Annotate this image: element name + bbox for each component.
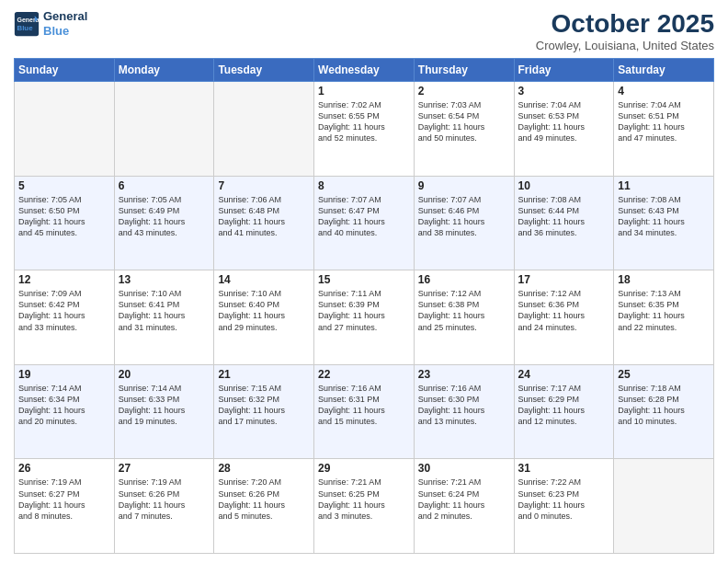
day-number: 10 [518, 179, 610, 192]
cell-text: Sunrise: 7:19 AM Sunset: 6:26 PM Dayligh… [119, 477, 210, 522]
calendar-cell: 3Sunrise: 7:04 AM Sunset: 6:53 PM Daylig… [514, 82, 614, 177]
day-number: 12 [18, 273, 110, 286]
cell-text: Sunrise: 7:09 AM Sunset: 6:42 PM Dayligh… [18, 288, 110, 333]
cell-text: Sunrise: 7:22 AM Sunset: 6:23 PM Dayligh… [518, 477, 610, 522]
day-number: 6 [119, 179, 210, 192]
cell-text: Sunrise: 7:04 AM Sunset: 6:51 PM Dayligh… [618, 99, 710, 144]
calendar-cell: 22Sunrise: 7:16 AM Sunset: 6:31 PM Dayli… [314, 364, 415, 459]
cell-text: Sunrise: 7:16 AM Sunset: 6:31 PM Dayligh… [318, 383, 410, 428]
day-number: 4 [618, 85, 710, 98]
cell-text: Sunrise: 7:17 AM Sunset: 6:29 PM Dayligh… [518, 383, 610, 428]
calendar-cell: 26Sunrise: 7:19 AM Sunset: 6:27 PM Dayli… [15, 459, 115, 554]
day-number: 5 [18, 179, 110, 192]
cell-text: Sunrise: 7:05 AM Sunset: 6:49 PM Dayligh… [119, 194, 210, 239]
cell-text: Sunrise: 7:04 AM Sunset: 6:53 PM Dayligh… [518, 99, 610, 144]
cell-text: Sunrise: 7:08 AM Sunset: 6:44 PM Dayligh… [518, 194, 610, 239]
calendar-cell [214, 82, 314, 177]
day-number: 16 [418, 273, 510, 286]
calendar-cell: 27Sunrise: 7:19 AM Sunset: 6:26 PM Dayli… [114, 459, 214, 554]
day-number: 25 [618, 368, 710, 381]
day-number: 28 [218, 462, 310, 475]
calendar-cell [15, 82, 115, 177]
cell-text: Sunrise: 7:03 AM Sunset: 6:54 PM Dayligh… [418, 99, 510, 144]
cell-text: Sunrise: 7:21 AM Sunset: 6:24 PM Dayligh… [418, 477, 510, 522]
day-number: 3 [518, 85, 610, 98]
calendar-cell: 18Sunrise: 7:13 AM Sunset: 6:35 PM Dayli… [614, 270, 714, 365]
calendar-header-cell: Saturday [614, 59, 714, 82]
calendar-header-cell: Thursday [414, 59, 514, 82]
logo-icon: General Blue [14, 11, 40, 37]
calendar-cell: 25Sunrise: 7:18 AM Sunset: 6:28 PM Dayli… [614, 364, 714, 459]
calendar-cell: 24Sunrise: 7:17 AM Sunset: 6:29 PM Dayli… [514, 364, 614, 459]
cell-text: Sunrise: 7:12 AM Sunset: 6:36 PM Dayligh… [518, 288, 610, 333]
calendar-cell: 16Sunrise: 7:12 AM Sunset: 6:38 PM Dayli… [414, 270, 514, 365]
day-number: 23 [418, 368, 510, 381]
day-number: 24 [518, 368, 610, 381]
calendar-cell: 13Sunrise: 7:10 AM Sunset: 6:41 PM Dayli… [114, 270, 214, 365]
logo-line1: General [43, 9, 87, 24]
day-number: 15 [318, 273, 410, 286]
calendar-cell: 17Sunrise: 7:12 AM Sunset: 6:36 PM Dayli… [514, 270, 614, 365]
location: Crowley, Louisiana, United States [536, 39, 714, 52]
cell-text: Sunrise: 7:20 AM Sunset: 6:26 PM Dayligh… [218, 477, 310, 522]
day-number: 9 [418, 179, 510, 192]
day-number: 11 [618, 179, 710, 192]
day-number: 2 [418, 85, 510, 98]
cell-text: Sunrise: 7:13 AM Sunset: 6:35 PM Dayligh… [618, 288, 710, 333]
page: General Blue General Blue October 2025 C… [0, 0, 728, 563]
calendar-cell [614, 459, 714, 554]
cell-text: Sunrise: 7:14 AM Sunset: 6:34 PM Dayligh… [18, 383, 110, 428]
header: General Blue General Blue October 2025 C… [14, 9, 714, 52]
day-number: 8 [318, 179, 410, 192]
calendar-header-cell: Monday [114, 59, 214, 82]
calendar-cell: 30Sunrise: 7:21 AM Sunset: 6:24 PM Dayli… [414, 459, 514, 554]
calendar-week-row: 26Sunrise: 7:19 AM Sunset: 6:27 PM Dayli… [15, 459, 714, 554]
calendar-cell: 28Sunrise: 7:20 AM Sunset: 6:26 PM Dayli… [214, 459, 314, 554]
calendar-cell: 23Sunrise: 7:16 AM Sunset: 6:30 PM Dayli… [414, 364, 514, 459]
cell-text: Sunrise: 7:21 AM Sunset: 6:25 PM Dayligh… [318, 477, 410, 522]
calendar-cell: 19Sunrise: 7:14 AM Sunset: 6:34 PM Dayli… [15, 364, 115, 459]
calendar-cell: 29Sunrise: 7:21 AM Sunset: 6:25 PM Dayli… [314, 459, 415, 554]
calendar-cell: 5Sunrise: 7:05 AM Sunset: 6:50 PM Daylig… [15, 176, 115, 270]
month-title: October 2025 [536, 9, 714, 39]
cell-text: Sunrise: 7:12 AM Sunset: 6:38 PM Dayligh… [418, 288, 510, 333]
day-number: 20 [119, 368, 210, 381]
cell-text: Sunrise: 7:16 AM Sunset: 6:30 PM Dayligh… [418, 383, 510, 428]
day-number: 30 [418, 462, 510, 475]
calendar-week-row: 19Sunrise: 7:14 AM Sunset: 6:34 PM Dayli… [15, 364, 714, 459]
day-number: 31 [518, 462, 610, 475]
calendar-header-cell: Tuesday [214, 59, 314, 82]
calendar-cell: 10Sunrise: 7:08 AM Sunset: 6:44 PM Dayli… [514, 176, 614, 270]
calendar: SundayMondayTuesdayWednesdayThursdayFrid… [14, 58, 714, 554]
day-number: 19 [18, 368, 110, 381]
calendar-header-row: SundayMondayTuesdayWednesdayThursdayFrid… [15, 59, 714, 82]
day-number: 18 [618, 273, 710, 286]
day-number: 14 [218, 273, 310, 286]
cell-text: Sunrise: 7:10 AM Sunset: 6:41 PM Dayligh… [119, 288, 210, 333]
logo-text: General Blue [43, 9, 87, 38]
calendar-cell: 31Sunrise: 7:22 AM Sunset: 6:23 PM Dayli… [514, 459, 614, 554]
calendar-body: 1Sunrise: 7:02 AM Sunset: 6:55 PM Daylig… [15, 82, 714, 554]
calendar-header-cell: Sunday [15, 59, 115, 82]
calendar-cell: 9Sunrise: 7:07 AM Sunset: 6:46 PM Daylig… [414, 176, 514, 270]
calendar-cell: 12Sunrise: 7:09 AM Sunset: 6:42 PM Dayli… [15, 270, 115, 365]
cell-text: Sunrise: 7:07 AM Sunset: 6:47 PM Dayligh… [318, 194, 410, 239]
calendar-cell: 8Sunrise: 7:07 AM Sunset: 6:47 PM Daylig… [314, 176, 415, 270]
cell-text: Sunrise: 7:11 AM Sunset: 6:39 PM Dayligh… [318, 288, 410, 333]
logo: General Blue General Blue [14, 9, 87, 38]
day-number: 26 [18, 462, 110, 475]
day-number: 17 [518, 273, 610, 286]
calendar-cell: 21Sunrise: 7:15 AM Sunset: 6:32 PM Dayli… [214, 364, 314, 459]
calendar-week-row: 1Sunrise: 7:02 AM Sunset: 6:55 PM Daylig… [15, 82, 714, 177]
cell-text: Sunrise: 7:02 AM Sunset: 6:55 PM Dayligh… [318, 99, 410, 144]
calendar-header-cell: Wednesday [314, 59, 415, 82]
calendar-cell: 15Sunrise: 7:11 AM Sunset: 6:39 PM Dayli… [314, 270, 415, 365]
day-number: 7 [218, 179, 310, 192]
cell-text: Sunrise: 7:15 AM Sunset: 6:32 PM Dayligh… [218, 383, 310, 428]
calendar-cell: 20Sunrise: 7:14 AM Sunset: 6:33 PM Dayli… [114, 364, 214, 459]
svg-text:Blue: Blue [17, 24, 34, 32]
day-number: 1 [318, 85, 410, 98]
calendar-cell: 14Sunrise: 7:10 AM Sunset: 6:40 PM Dayli… [214, 270, 314, 365]
cell-text: Sunrise: 7:08 AM Sunset: 6:43 PM Dayligh… [618, 194, 710, 239]
calendar-cell [114, 82, 214, 177]
